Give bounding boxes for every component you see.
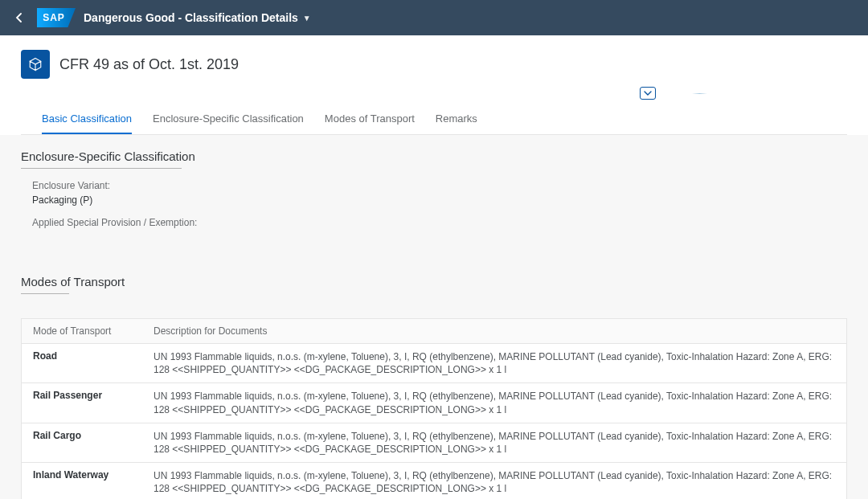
cell-mode: Rail Passenger — [33, 390, 145, 415]
cell-desc: UN 1993 Flammable liquids, n.o.s. (m-xyl… — [154, 469, 835, 495]
table-row[interactable]: Inland Waterway UN 1993 Flammable liquid… — [22, 463, 846, 499]
object-title: CFR 49 as of Oct. 1st. 2019 — [59, 56, 239, 73]
tab-modes-of-transport[interactable]: Modes of Transport — [325, 104, 415, 134]
cell-mode: Rail Cargo — [33, 430, 145, 456]
page-title-text: Dangerous Good - Classification Details — [84, 11, 298, 24]
chevron-left-icon — [14, 13, 24, 22]
shellbar: SAP Dangerous Good - Classification Deta… — [0, 0, 868, 35]
header-collapse-button[interactable] — [640, 87, 656, 100]
cell-mode: Inland Waterway — [33, 469, 145, 495]
chevron-down-icon — [644, 90, 652, 96]
col-header-desc: Description for Documents — [154, 325, 835, 337]
tab-remarks[interactable]: Remarks — [436, 104, 477, 134]
col-header-mode: Mode of Transport — [33, 325, 145, 337]
caret-down-icon: ▼ — [303, 14, 311, 22]
object-page-header: CFR 49 as of Oct. 1st. 2019 Basic Classi… — [0, 35, 868, 135]
tab-enclosure-specific[interactable]: Enclosure-Specific Classification — [153, 104, 304, 134]
cell-desc: UN 1993 Flammable liquids, n.o.s. (m-xyl… — [154, 430, 835, 456]
section-underline — [21, 293, 69, 294]
content-area[interactable]: Enclosure-Specific Classification Enclos… — [0, 135, 868, 499]
object-icon — [21, 50, 50, 79]
section-title-modes: Modes of Transport — [21, 275, 847, 288]
tab-basic-classification[interactable]: Basic Classification — [42, 104, 132, 134]
section-underline — [21, 168, 182, 169]
cell-desc: UN 1993 Flammable liquids, n.o.s. (m-xyl… — [154, 390, 835, 415]
cell-mode: Road — [33, 350, 145, 376]
back-button[interactable] — [10, 8, 29, 27]
table-row[interactable]: Rail Passenger UN 1993 Flammable liquids… — [22, 383, 846, 423]
section-title-enclosure: Enclosure-Specific Classification — [21, 149, 847, 163]
table-header: Mode of Transport Description for Docume… — [22, 319, 846, 344]
enclosure-variant-label: Enclosure Variant: — [32, 180, 110, 191]
anchor-bar: Basic Classification Enclosure-Specific … — [21, 104, 847, 135]
applied-exemption-label: Applied Special Provision / Exemption: — [32, 217, 197, 228]
table-row[interactable]: Road UN 1993 Flammable liquids, n.o.s. (… — [22, 344, 846, 383]
modes-table: Mode of Transport Description for Docume… — [21, 318, 847, 499]
page-title-dropdown[interactable]: Dangerous Good - Classification Details … — [84, 11, 311, 24]
sap-logo: SAP — [37, 8, 76, 27]
enclosure-variant-value: Packaging (P) — [32, 194, 92, 206]
cell-desc: UN 1993 Flammable liquids, n.o.s. (m-xyl… — [154, 350, 835, 376]
cube-icon — [28, 57, 43, 72]
table-row[interactable]: Rail Cargo UN 1993 Flammable liquids, n.… — [22, 423, 846, 463]
